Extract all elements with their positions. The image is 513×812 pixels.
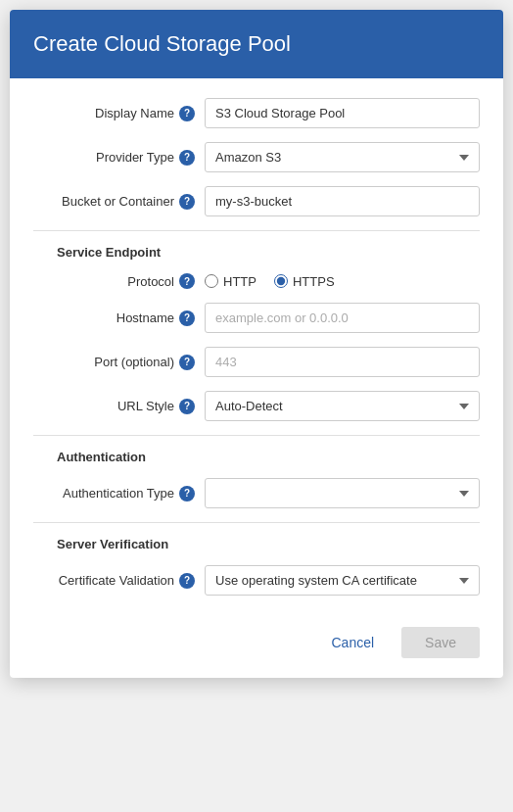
protocol-radio-group: HTTP HTTPS [205,274,480,289]
protocol-label: Protocol ? [33,273,205,289]
url-style-help-icon[interactable]: ? [179,399,195,414]
server-verification-section: Server Verification Certificate Validati… [33,522,480,596]
protocol-http-option[interactable]: HTTP [205,274,256,289]
auth-type-help-icon[interactable]: ? [179,486,195,502]
display-name-label: Display Name ? [33,106,205,121]
create-cloud-storage-pool-modal: Create Cloud Storage Pool Display Name ?… [10,10,503,678]
modal-body: Display Name ? Provider Type ? Amazon S3… [10,78,503,596]
provider-type-label: Provider Type ? [33,150,205,166]
divider-service-endpoint [33,230,480,231]
bucket-help-icon[interactable]: ? [179,194,195,210]
cert-validation-row: Certificate Validation ? Use operating s… [33,565,480,596]
server-verification-title: Server Verification [33,537,480,551]
cert-validation-label: Certificate Validation ? [33,573,205,589]
auth-type-select[interactable]: AWS Signature V2 AWS Signature V4 [205,478,480,508]
port-row: Port (optional) ? [33,347,480,377]
hostname-input[interactable] [205,303,480,333]
protocol-http-radio[interactable] [205,274,218,288]
bucket-row: Bucket or Container ? [33,186,480,216]
display-name-row: Display Name ? [33,98,480,128]
auth-type-label: Authentication Type ? [33,486,205,502]
hostname-row: Hostname ? [33,303,480,333]
url-style-label: URL Style ? [33,399,205,414]
port-input[interactable] [205,347,480,377]
divider-authentication [33,435,480,436]
cert-validation-select[interactable]: Use operating system CA certificate Use … [205,565,480,596]
save-button[interactable]: Save [401,627,480,658]
provider-type-row: Provider Type ? Amazon S3 Azure Blob Goo… [33,142,480,172]
auth-type-row: Authentication Type ? AWS Signature V2 A… [33,478,480,508]
url-style-select[interactable]: Auto-Detect Path Style Virtual Hosted St… [205,391,480,421]
authentication-title: Authentication [33,450,480,464]
protocol-https-radio[interactable] [274,274,288,288]
bucket-input[interactable] [205,186,480,216]
service-endpoint-title: Service Endpoint [33,245,480,260]
display-name-help-icon[interactable]: ? [179,106,195,121]
port-label: Port (optional) ? [33,355,205,370]
url-style-row: URL Style ? Auto-Detect Path Style Virtu… [33,391,480,421]
hostname-help-icon[interactable]: ? [179,310,195,326]
hostname-label: Hostname ? [33,310,205,326]
modal-footer: Cancel Save [10,609,503,678]
authentication-section: Authentication Authentication Type ? AWS… [33,435,480,508]
protocol-https-option[interactable]: HTTPS [274,274,335,289]
service-endpoint-section: Service Endpoint Protocol ? HTTP HTTPS [33,230,480,421]
modal-header: Create Cloud Storage Pool [10,10,503,78]
protocol-help-icon[interactable]: ? [179,273,195,289]
provider-type-help-icon[interactable]: ? [179,150,195,166]
protocol-row: Protocol ? HTTP HTTPS [33,273,480,289]
cancel-button[interactable]: Cancel [315,627,390,658]
divider-server-verification [33,522,480,523]
bucket-label: Bucket or Container ? [33,194,205,210]
display-name-input[interactable] [205,98,480,128]
provider-type-select[interactable]: Amazon S3 Azure Blob Google Cloud S3 Com… [205,142,480,172]
modal-title: Create Cloud Storage Pool [33,31,480,57]
cert-validation-help-icon[interactable]: ? [179,573,195,589]
port-help-icon[interactable]: ? [179,355,195,370]
